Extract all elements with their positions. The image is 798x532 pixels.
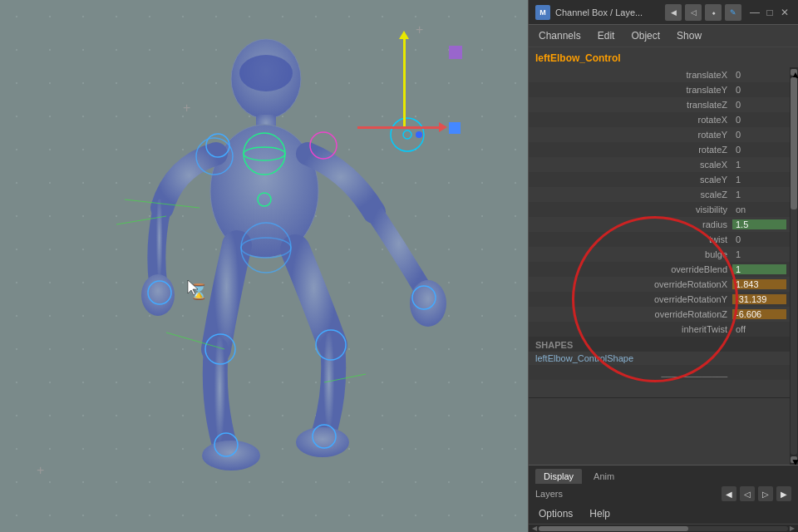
title-bar: M Channel Box / Laye... ◀ ◁ ⬥ ✎ — □ ✕ <box>529 0 798 25</box>
bottom-tabs: Display Anim <box>529 465 798 484</box>
channel-value-field[interactable]: off <box>732 324 786 334</box>
channel-row[interactable]: overrideRotationY-31.139 <box>529 292 790 307</box>
horizontal-scrollbar[interactable]: ◀ ▶ <box>529 524 798 532</box>
h-scroll-thumb[interactable] <box>539 526 688 531</box>
shapes-section-header: SHAPES <box>529 337 790 352</box>
channel-row[interactable]: visibilityon <box>529 202 790 217</box>
channel-value-field[interactable]: -6.606 <box>732 309 786 319</box>
channel-row[interactable]: inheritTwistoff <box>529 322 790 337</box>
channel-row[interactable]: rotateX0 <box>529 112 790 127</box>
channel-value-field[interactable]: 1.5 <box>732 219 786 229</box>
channel-value-field[interactable]: 0 <box>732 70 786 80</box>
channel-value-field[interactable]: 1 <box>732 175 786 185</box>
channel-name-label: scaleX <box>532 160 732 170</box>
select-icon[interactable]: ◁ <box>685 4 702 21</box>
channel-name-label: translateX <box>532 70 732 80</box>
channel-row[interactable]: scaleY1 <box>529 172 790 187</box>
channel-value-field[interactable]: 0 <box>732 85 786 95</box>
h-scroll-right-btn[interactable]: ▶ <box>788 525 796 532</box>
options-menu[interactable]: Options <box>535 506 576 521</box>
svg-point-7 <box>296 427 349 457</box>
channel-row[interactable]: translateY0 <box>529 82 790 97</box>
channel-value-field[interactable]: 0 <box>732 145 786 155</box>
channel-name-label: radius <box>532 219 732 229</box>
channel-row[interactable]: overrideBlend1 <box>529 262 790 277</box>
channel-value-field[interactable]: -31.139 <box>732 294 786 304</box>
channel-row[interactable]: scaleZ1 <box>529 187 790 202</box>
layer-options-icon[interactable]: ▶ <box>776 486 791 501</box>
channel-row[interactable]: overrideRotationZ-6.606 <box>529 307 790 322</box>
channel-value-field[interactable]: 0 <box>732 100 786 110</box>
channel-name-label: scaleZ <box>532 190 732 200</box>
channel-row[interactable]: translateX0 <box>529 67 790 82</box>
crosshair-bot: + <box>37 464 44 477</box>
channel-row[interactable]: scaleX1 <box>529 157 790 172</box>
channel-row[interactable]: twist0 <box>529 232 790 247</box>
channel-value-field[interactable]: 0 <box>732 130 786 140</box>
scroll-thumb[interactable] <box>791 77 797 209</box>
selected-object-label: leftElbow_Control <box>529 47 798 67</box>
layers-toolbar: ◀ ◁ ▷ ▶ <box>722 486 791 501</box>
maya-icon: M <box>535 5 550 20</box>
edit-menu[interactable]: Edit <box>594 28 618 43</box>
channel-name-label: twist <box>532 234 732 244</box>
layer-forward-icon[interactable]: ▷ <box>758 486 773 501</box>
menu-bar: Channels Edit Object Show <box>529 25 798 47</box>
channel-name-label: overrideRotationZ <box>532 309 732 319</box>
channel-row[interactable]: rotateY0 <box>529 127 790 142</box>
scroll-down-btn[interactable]: ▼ <box>791 456 797 463</box>
layer-back-icon[interactable]: ◁ <box>740 486 755 501</box>
h-scroll-left-btn[interactable]: ◀ <box>530 525 539 532</box>
channel-name-label: scaleY <box>532 175 732 185</box>
vertical-scrollbar[interactable]: ▲ ▼ <box>790 67 798 465</box>
channels-menu[interactable]: Channels <box>535 28 584 43</box>
viewport[interactable]: + + + ⌛ <box>0 0 528 532</box>
channel-name-label: translateY <box>532 85 732 95</box>
layer-add-icon[interactable]: ◀ <box>722 486 736 501</box>
scroll-up-btn[interactable]: ▲ <box>791 69 797 76</box>
channel-list[interactable]: translateX0translateY0translateZ0rotateX… <box>529 67 790 465</box>
tab-display[interactable]: Display <box>535 469 582 484</box>
selection-marker <box>449 122 461 134</box>
show-menu[interactable]: Show <box>673 28 705 43</box>
scroll-track[interactable] <box>791 77 797 455</box>
svg-marker-28 <box>188 280 198 295</box>
translate-y-arrow <box>403 37 406 129</box>
channel-name-label: overrideBlend <box>532 264 732 274</box>
keyframe-icon[interactable]: ◀ <box>665 4 682 21</box>
channel-value-field[interactable]: 1 <box>732 264 786 274</box>
channel-name-label: rotateY <box>532 130 732 140</box>
channel-name-label: rotateZ <box>532 145 732 155</box>
channel-row[interactable]: rotateZ0 <box>529 142 790 157</box>
keys-icon[interactable]: ⬥ <box>705 4 722 21</box>
channel-row[interactable]: translateZ0 <box>529 97 790 112</box>
crosshair-mid: + <box>183 101 190 115</box>
channel-name-label: overrideRotationX <box>532 279 732 289</box>
layers-section: Layers ◀ ◁ ▷ ▶ <box>529 484 798 504</box>
channel-value-field[interactable]: 1 <box>732 190 786 200</box>
channel-value-field[interactable]: 0 <box>732 234 786 244</box>
layers-row: Layers ◀ ◁ ▷ ▶ <box>529 484 798 504</box>
h-scroll-track[interactable] <box>539 526 788 531</box>
channel-row[interactable]: radius1.5 <box>529 217 790 232</box>
channel-value-field[interactable]: 1.843 <box>732 279 786 289</box>
close-button[interactable]: ✕ <box>778 6 791 19</box>
shape-node-name: leftElbow_ControlShape <box>529 352 790 365</box>
channel-value-field[interactable]: 1 <box>732 249 786 259</box>
channel-name-label: inheritTwist <box>532 324 732 334</box>
channel-value-field[interactable]: 1 <box>732 160 786 170</box>
channel-value-field[interactable]: 0 <box>732 115 786 125</box>
channel-icon[interactable]: ✎ <box>725 4 741 21</box>
object-menu[interactable]: Object <box>628 28 663 43</box>
minimize-button[interactable]: — <box>748 6 761 19</box>
svg-point-1 <box>239 55 293 91</box>
tab-anim[interactable]: Anim <box>585 469 623 484</box>
maximize-button[interactable]: □ <box>763 6 776 19</box>
channel-box-panel: M Channel Box / Laye... ◀ ◁ ⬥ ✎ — □ ✕ Ch… <box>528 0 798 532</box>
help-menu[interactable]: Help <box>586 506 613 521</box>
channel-value-field[interactable]: on <box>732 204 786 214</box>
options-help-bar: Options Help <box>529 504 798 524</box>
layers-label: Layers <box>535 489 563 499</box>
channel-row[interactable]: bulge1 <box>529 247 790 262</box>
channel-row[interactable]: overrideRotationX1.843 <box>529 277 790 292</box>
